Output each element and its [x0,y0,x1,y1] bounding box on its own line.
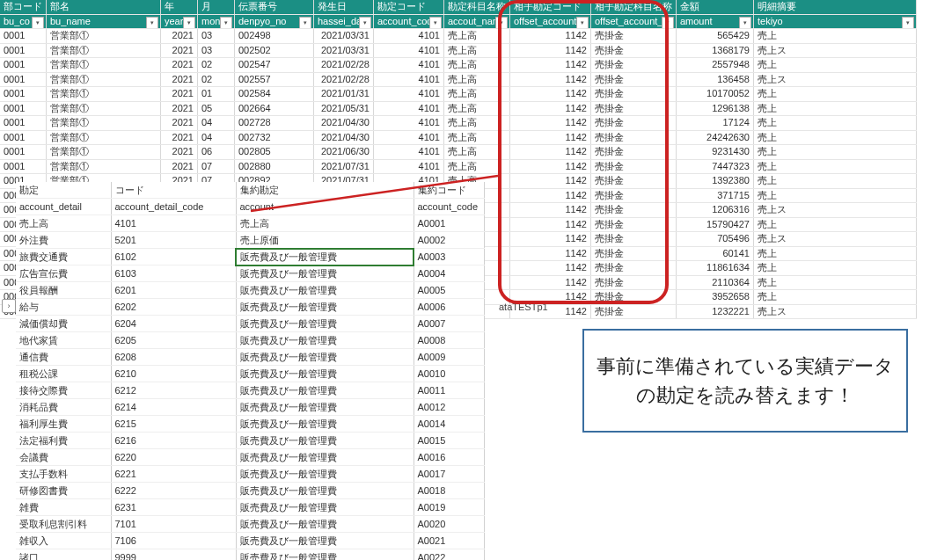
cell[interactable]: 売上ス [753,72,916,87]
mapping-cell[interactable]: A0019 [414,499,484,516]
mapping-cell[interactable]: 販売費及び一般管理費 [236,299,414,316]
mapping-cell[interactable]: 6222 [111,483,236,499]
cell[interactable]: 1142 [510,145,591,160]
column-header[interactable]: 明細摘要 [753,0,916,14]
cell[interactable]: 2021/04/30 [314,116,374,131]
mapping-cell[interactable]: 勘定 [16,182,111,199]
mapping-cell[interactable]: 販売費及び一般管理費 [236,433,414,449]
cell[interactable]: 2021 [161,87,198,102]
mapping-cell[interactable]: 支払手数料 [16,466,111,483]
cell[interactable]: 売掛金 [590,261,676,276]
cell[interactable]: 営業部① [47,145,161,160]
cell[interactable]: 1142 [510,101,591,116]
cell[interactable]: 05 [198,101,235,116]
cell[interactable]: 4101 [374,145,444,160]
mapping-cell[interactable]: 6231 [111,499,236,516]
cell[interactable]: 1142 [510,174,591,189]
cell[interactable]: 4101 [374,72,444,87]
mapping-cell[interactable]: A0001 [414,215,484,232]
column-code-header[interactable]: offset_account_c ▾ [510,14,591,29]
mapping-cell[interactable]: 販売費及び一般管理費 [236,533,414,549]
mapping-cell[interactable]: 諸口 [16,549,111,561]
cell[interactable]: 002584 [235,87,314,102]
cell[interactable]: 136458 [676,72,753,87]
mapping-cell[interactable]: 租税公課 [16,366,111,382]
cell[interactable]: 0001 [0,72,47,87]
mapping-cell[interactable]: A0011 [414,382,484,399]
mapping-cell[interactable]: A0008 [414,332,484,349]
cell[interactable]: 2021/02/28 [314,72,374,87]
mapping-cell[interactable]: 売上高 [236,215,414,232]
mapping-cell[interactable]: 6103 [111,265,236,282]
table-row[interactable]: 0001営業部①2021010025842021/01/314101売上高114… [0,87,916,102]
cell[interactable]: 売掛金 [590,188,676,203]
cell[interactable]: 03 [198,43,235,58]
column-code-header[interactable]: offset_account_n ▾ [590,14,676,29]
mapping-cell[interactable]: 販売費及び一般管理費 [236,282,414,299]
mapping-row[interactable]: 旅費交通費6102販売費及び一般管理費A0003 [16,249,484,265]
cell[interactable]: 営業部① [47,159,161,174]
cell[interactable]: 売掛金 [590,87,676,102]
cell[interactable]: 1142 [510,159,591,174]
mapping-cell[interactable]: A0002 [414,232,484,249]
cell[interactable]: 1142 [510,87,591,102]
mapping-cell[interactable]: account_detail_code [111,199,236,215]
cell[interactable]: 売掛金 [590,43,676,58]
cell[interactable]: 2021/03/31 [314,43,374,58]
cell[interactable]: 0001 [0,159,47,174]
mapping-header-row[interactable]: account_detailaccount_detail_codeaccount… [16,199,484,215]
mapping-cell[interactable]: 販売費及び一般管理費 [236,349,414,366]
cell[interactable]: 売上ス [753,43,916,58]
mapping-cell[interactable]: A0022 [414,549,484,561]
filter-dropdown-icon[interactable]: ▾ [183,17,195,29]
table-row[interactable]: 0001営業部①2021040027322021/04/304101売上高114… [0,130,916,145]
cell[interactable]: 17124 [676,116,753,131]
cell[interactable]: 売上 [753,145,916,160]
cell[interactable]: 0001 [0,130,47,145]
cell[interactable]: 売上 [753,261,916,276]
mapping-row[interactable]: 給与6202販売費及び一般管理費A0006 [16,299,484,316]
cell[interactable]: 2021 [161,159,198,174]
mapping-row[interactable]: 減価償却費6204販売費及び一般管理費A0007 [16,316,484,332]
cell[interactable]: 3952658 [676,290,753,305]
cell[interactable]: 24242630 [676,130,753,145]
mapping-cell[interactable]: 会議費 [16,449,111,466]
mapping-cell[interactable]: A0015 [414,433,484,449]
column-header[interactable]: 部名 [47,0,161,14]
filter-dropdown-icon[interactable]: ▾ [739,17,751,29]
mapping-cell[interactable]: account_code [414,199,484,215]
cell[interactable]: 1142 [510,116,591,131]
cell[interactable]: 売上ス [753,203,916,218]
mapping-cell[interactable]: 6212 [111,382,236,399]
cell[interactable]: 2021/02/28 [314,58,374,73]
mapping-cell[interactable]: 集約勘定 [236,182,414,199]
cell[interactable]: 営業部① [47,87,161,102]
mapping-cell[interactable]: 販売費及び一般管理費 [236,466,414,483]
mapping-row[interactable]: 受取利息割引料7101販売費及び一般管理費A0020 [16,516,484,533]
cell[interactable]: 1142 [510,188,591,203]
mapping-row[interactable]: 雑収入7106販売費及び一般管理費A0021 [16,533,484,549]
mapping-cell[interactable]: A0004 [414,265,484,282]
cell[interactable]: 1142 [510,130,591,145]
cell[interactable]: 売上高 [444,72,510,87]
cell[interactable]: 売掛金 [590,130,676,145]
cell[interactable]: 1142 [510,43,591,58]
mapping-row[interactable]: 租税公課6210販売費及び一般管理費A0010 [16,366,484,382]
mapping-cell[interactable]: 6215 [111,416,236,433]
cell[interactable]: 04 [198,130,235,145]
cell[interactable]: 4101 [374,130,444,145]
cell[interactable]: 02 [198,72,235,87]
cell[interactable]: 売掛金 [590,72,676,87]
cell[interactable]: 売掛金 [590,145,676,160]
cell[interactable]: 売上 [753,159,916,174]
mapping-header-row[interactable]: 勘定コード集約勘定集約コード [16,182,484,199]
cell[interactable]: 売掛金 [590,304,676,319]
mapping-row[interactable]: 地代家賃6205販売費及び一般管理費A0008 [16,332,484,349]
mapping-cell[interactable]: 売上高 [16,215,111,232]
mapping-cell[interactable]: A0007 [414,316,484,332]
cell[interactable]: 売掛金 [590,174,676,189]
table-row[interactable]: 0001営業部①2021040027282021/04/304101売上高114… [0,116,916,131]
mapping-row[interactable]: 接待交際費6212販売費及び一般管理費A0011 [16,382,484,399]
mapping-cell[interactable]: 広告宣伝費 [16,265,111,282]
mapping-cell[interactable]: A0012 [414,399,484,416]
